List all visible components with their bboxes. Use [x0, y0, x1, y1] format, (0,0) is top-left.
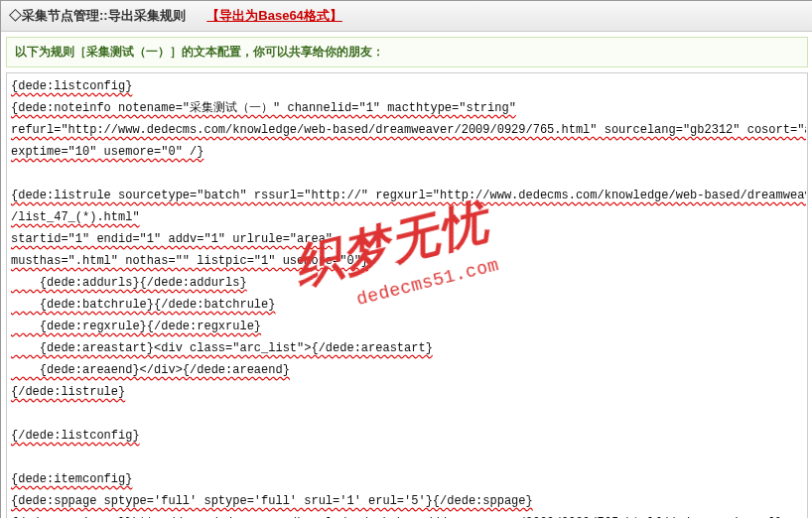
page-title: ◇采集节点管理::导出采集规则 [9, 8, 186, 23]
header-bar: ◇采集节点管理::导出采集规则 【导出为Base64格式】 [1, 1, 812, 32]
subtitle-bar: 以下为规则［采集测试（一）］的文本配置，你可以共享给你的朋友： [6, 37, 808, 67]
config-box: 织梦无忧 dedecms51.com [6, 72, 808, 518]
config-textarea[interactable] [7, 73, 806, 518]
export-base64-link[interactable]: 【导出为Base64格式】 [206, 8, 342, 23]
main-panel: ◇采集节点管理::导出采集规则 【导出为Base64格式】 以下为规则［采集测试… [0, 0, 812, 518]
